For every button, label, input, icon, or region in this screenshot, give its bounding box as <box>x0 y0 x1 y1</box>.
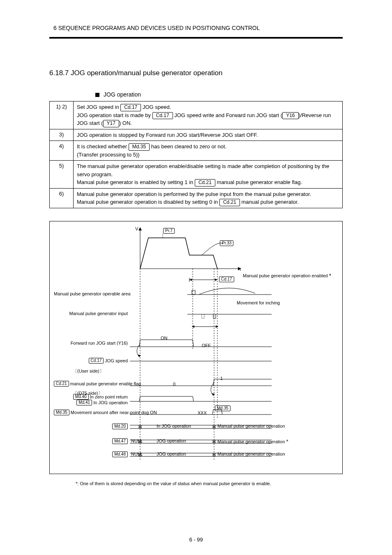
md48-jog: JOG operation <box>157 451 186 457</box>
steps-table: 1) 2)Set JOG speed in Cd.17 JOG speed.JO… <box>49 101 343 208</box>
pr7-box: Pr.7 <box>163 228 175 234</box>
row-cd21-label: Cd.21 manual pulse generator enable flag <box>54 381 128 387</box>
step-cell: 4) <box>50 141 74 160</box>
table-row: 5)The manual pulse generator operation e… <box>50 160 342 188</box>
pr33-box: Pr.33 <box>220 240 233 246</box>
md47-jog: JOG operation <box>157 438 186 444</box>
desc-cell: JOG operation is stopped by Forward run … <box>74 129 342 141</box>
step-cell: 1) 2) <box>50 101 74 129</box>
cd17-dim: Cd.17 <box>219 276 234 282</box>
v-axis-label: V <box>135 226 138 232</box>
table-row: 3)JOG operation is stopped by Forward ru… <box>50 129 342 141</box>
user-side-label: 〔(User side)〕 <box>73 368 104 374</box>
subtitle: JOG operation <box>104 91 141 98</box>
desc-cell: It is checked whether Md.35 has been cle… <box>74 141 342 160</box>
desc-cell: The manual pulse generator operation ena… <box>74 161 342 188</box>
row-cd17-label: Cd.17 JOG speed <box>54 358 128 364</box>
row-md48-label: Md.48 <box>54 451 128 457</box>
header-text: 6 SEQUENCE PROGRAMS AND DEVICES USED IN … <box>53 25 260 31</box>
trace-jog-start: Forward run JOG start (Y16) <box>54 341 128 346</box>
row-md40-label: Md.40 In zero point return Md.41 In JOG … <box>54 394 128 405</box>
one-label: 1 <box>220 376 223 381</box>
key-box: Y17 <box>103 120 119 127</box>
svg-marker-8 <box>215 279 217 281</box>
svg-marker-19 <box>212 393 215 396</box>
off-label-1: OFF <box>202 343 211 348</box>
zero-label: 0 <box>173 382 175 387</box>
desc-cell: Set JOG speed in Cd.17 JOG speed.JOG ope… <box>74 101 342 129</box>
bullet-icon <box>95 93 99 97</box>
manual-enabled-note: Manual pulse generator operation enabled… <box>243 272 331 279</box>
table-row: 4)It is checked whether Md.35 has been c… <box>50 140 342 160</box>
diagram-footnote: *: One of them is stored depending on th… <box>76 481 339 487</box>
md47-man: Manual pulse generator operation * <box>217 438 288 445</box>
on-label-1: ON <box>161 336 168 341</box>
step-cell: 5) <box>50 161 74 188</box>
svg-marker-7 <box>189 279 192 281</box>
table-row: 1) 2)Set JOG speed in Cd.17 JOG speed.JO… <box>50 101 342 129</box>
page-number: 6 - 99 <box>0 537 392 543</box>
row-md20-label: Md.20 <box>54 424 128 429</box>
movement-inching-label: Movement for inching <box>237 300 280 306</box>
md48-man: Manual pulse generator operation <box>217 451 285 457</box>
key-box: Md.35 <box>129 143 150 151</box>
row-md47-label: Md.47 <box>54 438 128 444</box>
md20-man: Manual pulse generator operation <box>217 424 285 429</box>
desc-cell: Manual pulse generator operation is perf… <box>74 189 342 208</box>
md48-null: NULL <box>131 451 143 457</box>
step-cell: 3) <box>50 129 74 141</box>
svg-marker-16 <box>138 355 141 357</box>
table-row: 6)Manual pulse generator operation is pe… <box>50 188 342 208</box>
svg-marker-1 <box>138 227 142 230</box>
key-box: Cd.21 <box>195 179 215 187</box>
trace-manpulse-input: Manual pulse generator input <box>54 311 128 316</box>
svg-marker-14 <box>216 325 218 328</box>
md20-jog: In JOG operation <box>157 424 191 429</box>
diagram-svg <box>50 221 342 474</box>
section-title: 6.18.7 JOG operation/manual pulse genera… <box>49 69 223 77</box>
header-rule <box>49 37 343 39</box>
md35-xxx: XXX <box>198 410 207 416</box>
key-box: Cd.17 <box>120 104 141 111</box>
step-cell: 6) <box>50 189 74 208</box>
md47-null: NULL <box>131 438 143 444</box>
timing-diagram: V t Pr.7 Pr.33 Cd.17 Manual pulse genera… <box>49 221 343 474</box>
svg-rect-10 <box>192 290 195 295</box>
key-box: Cd.17 <box>152 112 173 120</box>
row-md35-label: Md.35 Movement amount after near-point d… <box>54 410 128 415</box>
trace-manpulse-area: Manual pulse generator operable area <box>54 291 128 297</box>
t-axis-label: t <box>240 267 241 272</box>
key-box: Y16 <box>282 112 298 120</box>
key-box: Cd.21 <box>219 199 240 206</box>
svg-marker-13 <box>192 325 194 328</box>
md35-box: Md.35 <box>215 405 231 411</box>
